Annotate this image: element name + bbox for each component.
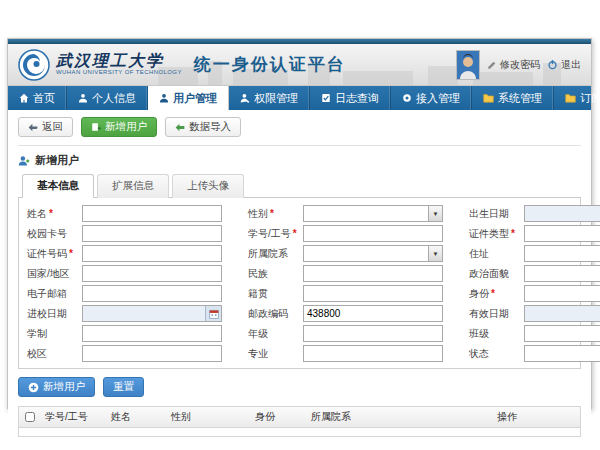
tab-extended-info[interactable]: 扩展信息 xyxy=(97,174,169,198)
name-input[interactable] xyxy=(82,205,222,222)
field-label: 班级 xyxy=(469,328,489,339)
university-name-block: 武汉理工大学 WUHAN UNIVERSITY OF TECHNOLOGY xyxy=(56,53,182,76)
logout-label: 退出 xyxy=(561,58,581,72)
nav-item-permission-management[interactable]: 权限管理 xyxy=(229,86,310,110)
form-field: 证件类型* xyxy=(469,225,600,242)
id-type-input[interactable] xyxy=(524,225,600,242)
form-field: 学号/工号* xyxy=(248,225,443,242)
nav-item-system-management[interactable]: 系统管理 xyxy=(472,86,554,110)
nav-label: 个人信息 xyxy=(92,91,136,106)
form-field: 校区 xyxy=(27,345,222,362)
form-field: 专业 xyxy=(248,345,443,362)
user-key-icon xyxy=(240,93,250,103)
form-field: 年级 xyxy=(248,325,443,342)
birth-date-input[interactable] xyxy=(524,205,600,222)
data-import-label: 数据导入 xyxy=(189,120,231,134)
email-input[interactable] xyxy=(82,285,222,302)
nav-item-user-management[interactable]: 用户管理 xyxy=(148,86,229,110)
field-label: 证件类型 xyxy=(469,228,509,239)
student-id-input[interactable] xyxy=(303,225,443,242)
nav-label: 权限管理 xyxy=(254,91,298,106)
postal-code-input[interactable] xyxy=(303,305,443,322)
reset-button[interactable]: 重置 xyxy=(103,377,144,397)
university-name-en: WUHAN UNIVERSITY OF TECHNOLOGY xyxy=(56,69,182,76)
form-field: 民族 xyxy=(248,265,443,282)
tab-basic-info[interactable]: 基本信息 xyxy=(22,174,94,198)
tab-upload-avatar[interactable]: 上传头像 xyxy=(172,174,244,198)
form-field: 政治面貌 xyxy=(469,265,600,282)
calendar-icon[interactable] xyxy=(205,306,221,321)
add-user-toolbar-button[interactable]: 新增用户 xyxy=(81,117,157,137)
data-import-button[interactable]: 数据导入 xyxy=(165,117,241,137)
add-user-label: 新增用户 xyxy=(105,120,147,134)
address-input[interactable] xyxy=(524,245,600,262)
change-password-link[interactable]: 修改密码 xyxy=(487,58,540,72)
chevron-down-icon[interactable]: ▼ xyxy=(428,206,442,221)
section-title: 新增用户 xyxy=(35,153,79,168)
main-nav: 首页 个人信息 用户管理 权限管理 日志查询 接入管理 系统管理 订阅管理 xyxy=(8,86,591,110)
section-header: 新增用户 xyxy=(18,153,581,168)
avatar[interactable] xyxy=(456,50,480,80)
required-marker: * xyxy=(69,248,73,259)
identity-input[interactable] xyxy=(524,285,600,302)
enrollment-date-input[interactable] xyxy=(82,305,222,322)
field-label: 性别 xyxy=(248,208,268,219)
study-length-input[interactable] xyxy=(82,325,222,342)
col-actions: 操作 xyxy=(493,410,580,424)
required-marker: * xyxy=(293,228,297,239)
page-title: 统一身份认证平台 xyxy=(194,53,346,76)
logout-link[interactable]: 退出 xyxy=(547,58,581,72)
submit-add-user-label: 新增用户 xyxy=(43,380,85,394)
id-number-input[interactable] xyxy=(82,245,222,262)
form-field: 国家/地区 xyxy=(27,265,222,282)
status-input[interactable] xyxy=(524,345,600,362)
form-actions: 新增用户 重置 xyxy=(18,377,581,397)
nav-label: 日志查询 xyxy=(335,91,379,106)
valid-date-input[interactable] xyxy=(524,305,600,322)
field-label: 所属院系 xyxy=(248,248,288,259)
form-field: 进校日期 xyxy=(27,305,222,322)
gender-select[interactable]: ▼ xyxy=(303,205,443,222)
department-select[interactable]: ▼ xyxy=(303,245,443,262)
chevron-down-icon[interactable]: ▼ xyxy=(428,246,442,261)
required-marker: * xyxy=(511,228,515,239)
form-field: 籍贯 xyxy=(248,285,443,302)
nav-item-subscription-management[interactable]: 订阅管理 xyxy=(554,86,600,110)
country-region-input[interactable] xyxy=(82,265,222,282)
pencil-icon xyxy=(487,60,497,70)
change-password-label: 修改密码 xyxy=(500,58,540,72)
class-input[interactable] xyxy=(524,325,600,342)
field-label: 学制 xyxy=(27,328,47,339)
major-input[interactable] xyxy=(303,345,443,362)
field-label: 证件号码 xyxy=(27,248,67,259)
campus-input[interactable] xyxy=(82,345,222,362)
power-icon xyxy=(547,59,558,70)
campus-card-input[interactable] xyxy=(82,225,222,242)
native-place-input[interactable] xyxy=(303,285,443,302)
col-name: 姓名 xyxy=(107,410,167,424)
nav-label: 接入管理 xyxy=(416,91,460,106)
grade-input[interactable] xyxy=(303,325,443,342)
select-all-checkbox[interactable] xyxy=(25,412,35,422)
nav-item-home[interactable]: 首页 xyxy=(8,86,67,110)
form-field: 学制 xyxy=(27,325,222,342)
nav-item-log-query[interactable]: 日志查询 xyxy=(310,86,391,110)
nav-item-access-management[interactable]: 接入管理 xyxy=(391,86,472,110)
form-tabs: 基本信息 扩展信息 上传头像 xyxy=(18,174,581,198)
header-user-area: 修改密码 退出 xyxy=(456,50,581,80)
add-user-icon xyxy=(91,122,101,132)
field-label: 有效日期 xyxy=(469,308,509,319)
political-status-input[interactable] xyxy=(524,265,600,282)
form-field: 姓名* xyxy=(27,205,222,222)
form-field: 性别* ▼ xyxy=(248,205,443,222)
field-label: 学号/工号 xyxy=(248,228,291,239)
back-button[interactable]: 返回 xyxy=(18,117,73,137)
ethnicity-input[interactable] xyxy=(303,265,443,282)
col-student-id: 学号/工号 xyxy=(41,410,107,424)
field-label: 民族 xyxy=(248,268,268,279)
field-label: 进校日期 xyxy=(27,308,67,319)
header: 武汉理工大学 WUHAN UNIVERSITY OF TECHNOLOGY 统一… xyxy=(8,44,591,86)
nav-item-personal-info[interactable]: 个人信息 xyxy=(67,86,148,110)
folder-icon xyxy=(483,93,494,103)
submit-add-user-button[interactable]: 新增用户 xyxy=(18,377,95,397)
